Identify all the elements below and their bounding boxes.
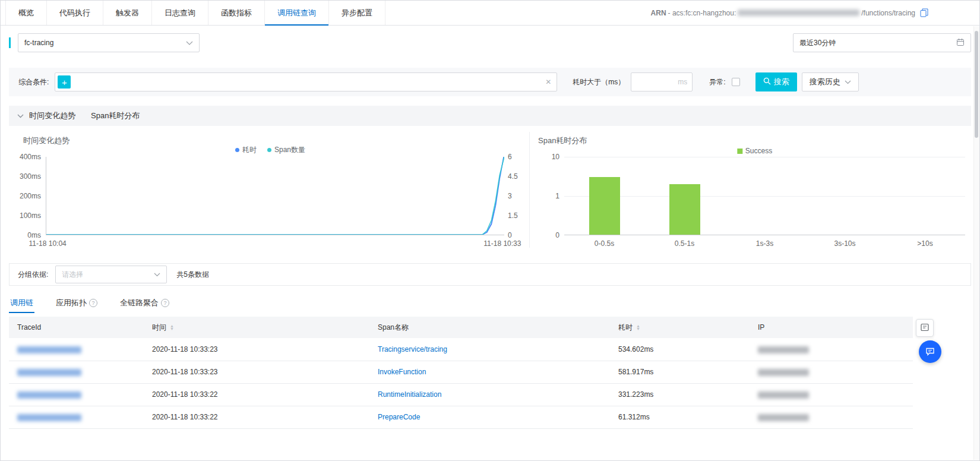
trace-id-redacted-link[interactable] (17, 391, 81, 399)
dist-chart-title: Span耗时分布 (538, 135, 587, 146)
tab-code-execution[interactable]: 代码执行 (47, 1, 103, 25)
dist-legend: Success (737, 147, 772, 155)
search-button[interactable]: 搜索 (755, 72, 797, 91)
ip-redacted (758, 346, 809, 353)
selected-indicator (9, 37, 11, 48)
trend-chart-title: 时间变化趋势 (23, 135, 69, 146)
column-label: 耗时 (618, 323, 633, 333)
tab-overview[interactable]: 概览 (5, 1, 47, 25)
bar-slot-1 (644, 157, 725, 235)
sort-icon[interactable]: ▲▼ (170, 324, 174, 330)
legend-duration[interactable]: 耗时 (235, 145, 257, 155)
time-cell: 2020-11-18 10:33:22 (144, 406, 369, 428)
duration-input[interactable] (631, 72, 693, 91)
copy-icon[interactable] (920, 8, 928, 17)
tab-async-config[interactable]: 异步配置 (329, 1, 385, 25)
span-name-cell: PrepareCode (369, 406, 610, 428)
span-name-link[interactable]: RuntimeInitialization (378, 390, 441, 399)
column-header-time: 时间▲▼ (144, 317, 369, 338)
y-tick: 1 (555, 192, 559, 200)
category-label: 3s-10s (805, 239, 885, 248)
span-name-link[interactable]: InvokeFunction (378, 368, 426, 376)
section-title-trend: 时间变化趋势 (29, 110, 75, 121)
tab-app-topology[interactable]: 应用拓扑? (55, 293, 99, 313)
group-by-select[interactable]: 请选择 (55, 266, 167, 283)
column-header-inner: IP (758, 323, 905, 331)
time-cell: 2020-11-18 10:33:23 (144, 361, 369, 383)
span-name-cell: RuntimeInitialization (369, 383, 610, 406)
category-label: 1s-3s (725, 239, 805, 248)
clear-icon[interactable]: ✕ (545, 78, 551, 86)
exception-label: 异常: (709, 77, 725, 87)
tab-function-metrics[interactable]: 函数指标 (208, 1, 265, 25)
sort-icon[interactable]: ▲▼ (636, 324, 640, 330)
help-icon[interactable]: ? (161, 299, 169, 307)
trace-id-redacted-link[interactable] (17, 369, 81, 376)
tab-trigger[interactable]: 触发器 (103, 1, 152, 25)
trend-x-ticks: 11-18 10:0411-18 10:33 (46, 235, 504, 248)
series-span-count (46, 157, 504, 235)
y-tick: 0ms (27, 231, 41, 239)
column-label: TraceId (17, 323, 41, 331)
y-tick: 100ms (20, 211, 41, 220)
trace-id-cell (9, 383, 144, 406)
result-tab-bar: 调用链应用拓扑?全链路聚合? (9, 293, 971, 313)
tab-label: 调用链 (10, 298, 33, 308)
legend-span-count[interactable]: Span数量 (267, 145, 305, 155)
column-header-inner: 耗时▲▼ (618, 323, 741, 333)
span-name-link[interactable]: PrepareCode (378, 413, 420, 421)
collapse-caret-icon[interactable] (17, 114, 24, 118)
support-widget[interactable] (919, 340, 941, 363)
trend-legend: 耗时Span数量 (235, 145, 305, 155)
chevron-down-icon (154, 273, 160, 277)
exception-checkbox[interactable] (732, 78, 740, 86)
condition-input[interactable] (55, 72, 557, 91)
legend-label: 耗时 (242, 145, 257, 155)
trace-id-redacted-link[interactable] (17, 414, 81, 421)
time-range-value: 最近30分钟 (799, 38, 836, 48)
service-select[interactable]: fc-tracing (18, 33, 200, 52)
trace-id-redacted-link[interactable] (17, 346, 81, 353)
category-label: 0.5-1s (644, 239, 725, 248)
tab-tracing-query[interactable]: 调用链查询 (265, 1, 329, 25)
ip-cell (750, 338, 913, 361)
span-name-link[interactable]: Tracingservice/tracing (378, 345, 447, 353)
search-history-button[interactable]: 搜索历史 (802, 72, 859, 91)
scrollbar-track[interactable] (973, 26, 979, 460)
category-label: >10s (885, 239, 965, 248)
charts-area: 时间变化趋势 耗时Span数量 400ms300ms200ms100ms0ms … (9, 126, 971, 258)
add-condition-button[interactable]: + (58, 75, 71, 89)
column-header-inner: 时间▲▼ (152, 323, 361, 333)
y-tick: 0 (508, 231, 512, 239)
duration-cell: 534.602ms (610, 338, 750, 361)
chevron-down-icon (186, 41, 193, 45)
tab-full-trace-aggregation[interactable]: 全链路聚合? (119, 293, 170, 313)
trace-id-cell (9, 338, 144, 361)
feedback-widget[interactable] (916, 319, 934, 337)
search-history-label: 搜索历史 (810, 77, 840, 87)
time-range-picker[interactable]: 最近30分钟 (793, 33, 971, 52)
table-row: 2020-11-18 10:33:23Tracingservice/tracin… (9, 338, 913, 361)
tab-log-query[interactable]: 日志查询 (152, 1, 208, 25)
sort-down-icon: ▼ (170, 327, 174, 330)
dist-categories: 0-0.5s0.5-1s1s-3s3s-10s>10s (564, 235, 965, 248)
y-tick: 1.5 (508, 211, 518, 220)
section-title-dist: Span耗时分布 (91, 110, 140, 121)
scrollbar-thumb[interactable] (975, 31, 978, 138)
series-duration (46, 157, 504, 235)
search-button-label: 搜索 (774, 77, 789, 87)
legend-success[interactable]: Success (737, 147, 772, 155)
bar-1[interactable] (669, 184, 700, 235)
y-tick: 400ms (20, 153, 41, 161)
bar-0[interactable] (589, 177, 620, 235)
trend-lines (46, 157, 504, 235)
column-header-duration: 耗时▲▼ (610, 317, 750, 338)
feedback-icon (920, 323, 930, 334)
dist-plot (564, 157, 965, 235)
legend-dot (267, 148, 271, 152)
x-tick: 11-18 10:33 (483, 239, 521, 248)
tab-trace-list[interactable]: 调用链 (9, 293, 34, 313)
dist-plot-grid: 1010 0-0.5s0.5-1s1s-3s3s-10s>10s (538, 157, 971, 248)
help-icon[interactable]: ? (89, 299, 97, 307)
y-tick: 10 (552, 153, 559, 161)
